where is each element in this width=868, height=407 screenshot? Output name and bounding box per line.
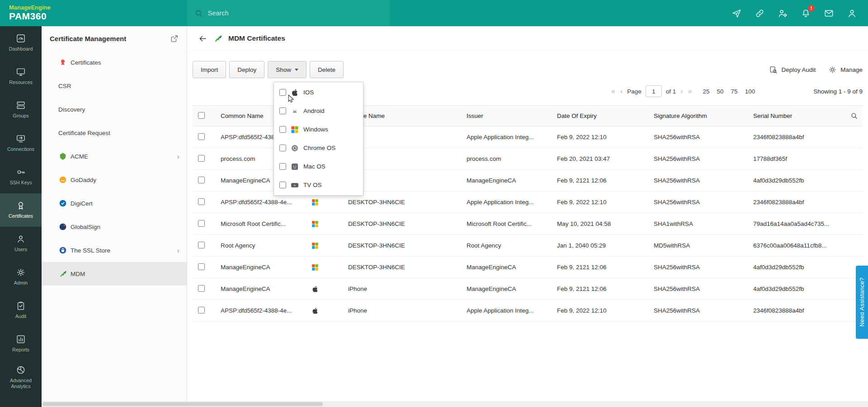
panel-item-digicert[interactable]: DigiCert xyxy=(42,192,187,215)
cell-signature-algorithm: SHA1withRSA xyxy=(648,213,748,235)
deploy-button[interactable]: Deploy xyxy=(229,61,264,78)
show-menu-item-windows[interactable]: Windows xyxy=(274,120,363,139)
panel-item-discovery[interactable]: Discovery xyxy=(42,98,187,121)
quick-launch-icon[interactable] xyxy=(731,8,742,19)
table-row[interactable]: APSP:dfd565f2-4388-4e... iPhone Apple Ap… xyxy=(193,300,863,322)
sidebar-item-reports[interactable]: Reports xyxy=(0,327,42,360)
page-size-25[interactable]: 25 xyxy=(703,88,710,95)
panel-item-mdm[interactable]: MDM xyxy=(42,262,187,285)
panel-item-label: GlobalSign xyxy=(71,224,100,230)
sidebar-item-resources[interactable]: Resources xyxy=(0,60,42,93)
show-menu-item-label: TV OS xyxy=(303,182,322,188)
row-checkbox[interactable] xyxy=(198,263,205,270)
sslstore-icon xyxy=(58,246,67,255)
manage-button[interactable]: Manage xyxy=(828,65,863,74)
row-checkbox[interactable] xyxy=(198,285,205,292)
sidebar-item-users[interactable]: Users xyxy=(0,227,42,260)
show-menu-item-android[interactable]: Android xyxy=(274,102,363,120)
panel-item-acme[interactable]: ACME› xyxy=(42,145,187,168)
row-checkbox[interactable] xyxy=(198,198,205,205)
popout-icon[interactable] xyxy=(170,34,179,43)
row-checkbox[interactable] xyxy=(198,177,205,183)
table-row[interactable]: Root Agency DESKTOP-3HN6CIE Root Agency … xyxy=(193,235,863,257)
last-page-icon[interactable]: » xyxy=(688,87,693,95)
sidebar-item-ssh-keys[interactable]: SSH Keys xyxy=(0,160,42,193)
os-filter-checkbox[interactable] xyxy=(279,108,286,114)
panel-item-godaddy[interactable]: GoDaddy xyxy=(42,168,187,192)
page-size-50[interactable]: 50 xyxy=(717,88,724,95)
cell-date-of-expiry: May 10, 2021 04:58 xyxy=(552,213,648,235)
col-serial-number[interactable]: Serial Number xyxy=(753,112,792,119)
sidebar-item-connections[interactable]: Connections xyxy=(0,126,42,160)
col-signature-algorithm[interactable]: Signature Algorithm xyxy=(648,106,748,126)
row-checkbox[interactable] xyxy=(198,307,205,313)
sidebar-item-dashboard[interactable]: Dashboard xyxy=(0,26,42,60)
show-menu-item-tv-os[interactable]: tvTV OS xyxy=(274,176,363,194)
sidebar-item-admin[interactable]: Admin xyxy=(0,260,42,294)
first-page-icon[interactable]: « xyxy=(611,87,616,95)
back-icon[interactable] xyxy=(198,34,208,43)
show-button[interactable]: Show xyxy=(268,61,307,78)
os-filter-checkbox[interactable] xyxy=(279,145,286,151)
sidebar-item-certificates[interactable]: Certificates xyxy=(0,193,42,227)
app-logo[interactable]: ManageEngine PAM360 xyxy=(0,5,187,22)
page-size-75[interactable]: 75 xyxy=(731,88,738,95)
panel-item-certificate-request[interactable]: Certificate Request xyxy=(42,121,187,145)
sidebar-item-groups[interactable]: Groups xyxy=(0,93,42,126)
os-filter-checkbox[interactable] xyxy=(279,182,286,188)
audit-icon xyxy=(16,301,26,311)
row-checkbox[interactable] xyxy=(198,242,205,248)
macos-icon xyxy=(290,162,299,171)
prev-page-icon[interactable]: ‹ xyxy=(620,87,623,95)
deploy-audit-button[interactable]: Deploy Audit xyxy=(769,65,816,74)
next-page-icon[interactable]: › xyxy=(680,87,683,95)
global-search xyxy=(187,0,390,26)
panel-item-csr[interactable]: CSR xyxy=(42,74,187,98)
os-filter-checkbox[interactable] xyxy=(279,126,286,133)
cell-device-name: DESKTOP-3HN6CIE xyxy=(343,213,461,235)
cell-serial-number: 4af0d3d29db552fb xyxy=(748,257,863,278)
page-size-100[interactable]: 100 xyxy=(745,88,755,95)
os-filter-checkbox[interactable] xyxy=(279,163,286,170)
page-input[interactable] xyxy=(646,85,662,97)
table-row[interactable]: Microsoft Root Certific... DESKTOP-3HN6C… xyxy=(193,213,863,235)
select-all-checkbox[interactable] xyxy=(198,112,205,119)
delete-button[interactable]: Delete xyxy=(310,61,344,78)
cell-date-of-expiry: Jan 1, 2040 05:29 xyxy=(552,235,648,257)
table-search-icon[interactable] xyxy=(850,112,858,120)
panel-item-label: Certificates xyxy=(71,59,101,66)
row-checkbox[interactable] xyxy=(198,155,205,162)
os-filter-checkbox[interactable] xyxy=(279,89,286,96)
show-menu-item-chrome-os[interactable]: Chrome OS xyxy=(274,139,363,157)
horizontal-scrollbar[interactable] xyxy=(42,401,868,407)
sidebar-item-advanced-analytics[interactable]: Advanced Analytics xyxy=(0,360,42,394)
row-checkbox[interactable] xyxy=(198,220,205,227)
col-issuer[interactable]: Issuer xyxy=(461,106,552,126)
notifications-icon[interactable]: ! xyxy=(801,8,811,19)
users-icon xyxy=(16,234,26,244)
row-checkbox[interactable] xyxy=(198,133,205,140)
panel-item-globalsign[interactable]: GlobalSign xyxy=(42,215,187,239)
global-search-input[interactable] xyxy=(208,9,383,17)
sidebar-item-audit[interactable]: Audit xyxy=(0,294,42,327)
messages-icon[interactable] xyxy=(824,8,834,19)
cell-signature-algorithm: SHA256withRSA xyxy=(648,126,748,148)
show-menu-item-mac-os[interactable]: Mac OS xyxy=(274,157,363,176)
panel-item-certificates[interactable]: Certificates xyxy=(42,51,187,74)
cell-serial-number: 4af0d3d29db552fb xyxy=(748,278,863,300)
cell-common-name: Root Agency xyxy=(215,235,306,257)
import-button[interactable]: Import xyxy=(193,61,226,78)
panel-item-the-ssl-store[interactable]: The SSL Store› xyxy=(42,239,187,262)
cell-date-of-expiry: Feb 9, 2121 12:06 xyxy=(552,170,648,192)
cell-device-os xyxy=(306,278,343,300)
scrollbar-thumb[interactable] xyxy=(42,402,323,406)
user-admin-icon[interactable] xyxy=(778,8,788,19)
show-menu-item-ios[interactable]: IOS xyxy=(274,83,363,102)
need-assistance-tab[interactable]: Need Assistance? xyxy=(856,266,868,339)
col-date-of-expiry[interactable]: Date Of Expiry xyxy=(552,106,648,126)
table-row[interactable]: ManageEngineCA iPhone ManageEngineCA Feb… xyxy=(193,278,863,300)
mdm-icon xyxy=(58,269,67,278)
table-row[interactable]: ManageEngineCA DESKTOP-3HN6CIE ManageEng… xyxy=(193,257,863,278)
profile-icon[interactable] xyxy=(847,8,857,19)
resource-link-icon[interactable] xyxy=(755,8,765,19)
